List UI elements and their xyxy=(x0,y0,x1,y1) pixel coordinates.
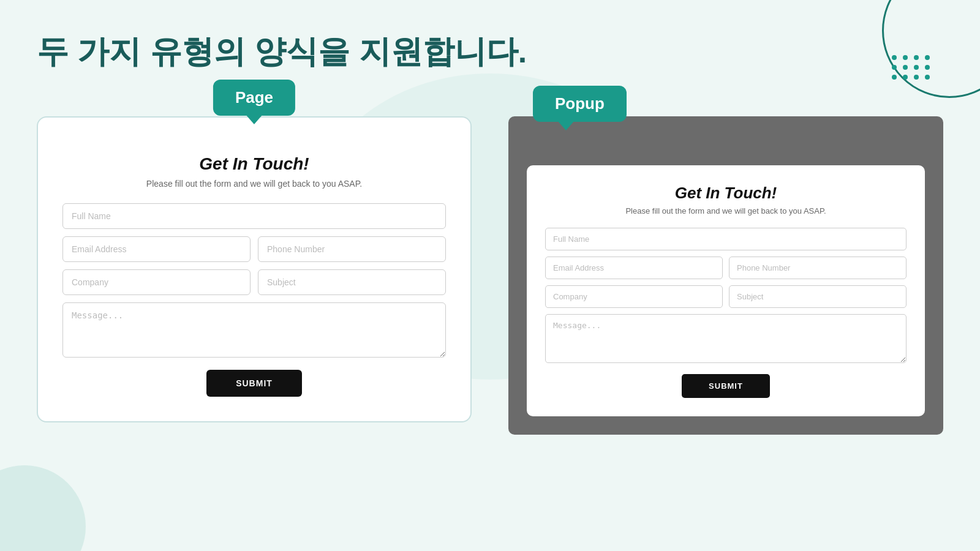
page-company-input[interactable] xyxy=(62,269,251,295)
page-email-phone-row xyxy=(62,236,446,262)
page-badge: Page xyxy=(213,80,295,116)
page-company-subject-row xyxy=(62,269,446,295)
page-phone-input[interactable] xyxy=(258,236,446,262)
popup-fullname-field-wrapper xyxy=(545,228,907,250)
popup-phone-input[interactable] xyxy=(729,257,907,279)
popup-company-input[interactable] xyxy=(545,285,723,308)
popup-message-textarea[interactable] xyxy=(545,314,907,363)
page-form-subtitle: Please fill out the form and we will get… xyxy=(62,179,446,189)
popup-subject-input[interactable] xyxy=(729,285,907,308)
popup-email-phone-row xyxy=(545,257,907,279)
popup-form-section: Popup Get In Touch! Please fill out the … xyxy=(508,98,943,435)
popup-form-card: Get In Touch! Please fill out the form a… xyxy=(527,165,925,416)
popup-form-subtitle: Please fill out the form and we will get… xyxy=(545,206,907,216)
popup-email-input[interactable] xyxy=(545,257,723,279)
popup-submit-button[interactable]: SUBMIT xyxy=(682,374,770,398)
page-email-input[interactable] xyxy=(62,236,251,262)
page-subject-input[interactable] xyxy=(258,269,446,295)
page-title: 두 가지 유형의 양식을 지원합니다. xyxy=(37,31,527,73)
page-form-title: Get In Touch! xyxy=(62,154,446,174)
page-form-card: Get In Touch! Please fill out the form a… xyxy=(37,116,472,422)
popup-badge: Popup xyxy=(533,86,627,122)
popup-company-subject-row xyxy=(545,285,907,308)
page-submit-button[interactable]: SUBMIT xyxy=(206,370,302,397)
popup-form-title: Get In Touch! xyxy=(545,184,907,203)
page-message-textarea[interactable] xyxy=(62,302,446,358)
page-form-section: Page Get In Touch! Please fill out the f… xyxy=(37,98,472,435)
popup-overlay: Get In Touch! Please fill out the form a… xyxy=(508,116,943,435)
page-fullname-input[interactable] xyxy=(62,203,446,229)
content-area: Page Get In Touch! Please fill out the f… xyxy=(37,98,943,435)
bg-circle-top-right xyxy=(882,0,980,98)
bg-circle-bottom-left xyxy=(0,465,86,551)
dot-grid-decoration xyxy=(892,55,931,80)
page-fullname-field-wrapper xyxy=(62,203,446,229)
popup-fullname-input[interactable] xyxy=(545,228,907,250)
